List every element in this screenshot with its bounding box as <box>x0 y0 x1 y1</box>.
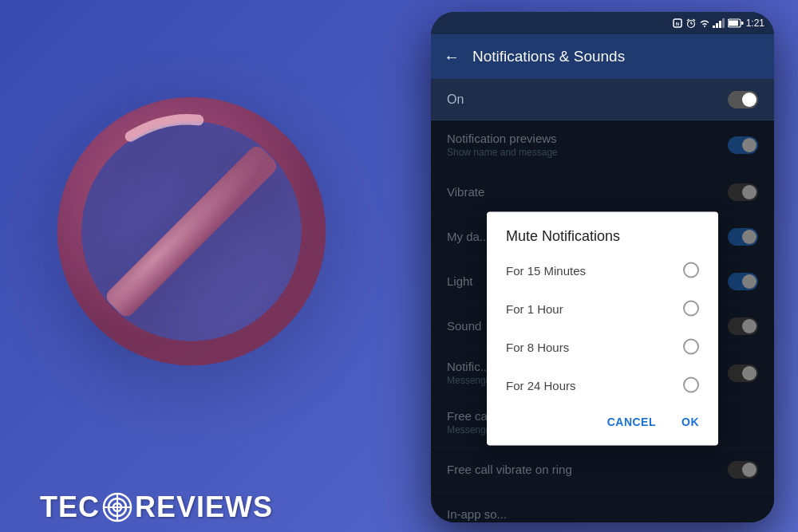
svg-text:N: N <box>675 22 678 26</box>
radio-15min[interactable] <box>683 262 699 278</box>
back-button[interactable]: ← <box>444 48 460 66</box>
mute-notifications-dialog: Mute Notifications For 15 Minutes For 1 … <box>487 212 718 446</box>
watermark-tec: TEC <box>40 491 100 524</box>
main-toggle-row[interactable]: On <box>431 79 774 120</box>
dialog-actions: CANCEL OK <box>487 404 718 446</box>
phone-frame: N 1:21 ← Notifications & Sounds On Notif… <box>431 12 774 522</box>
option-1hour-label: For 1 Hour <box>506 301 563 315</box>
app-header: ← Notifications & Sounds <box>431 34 774 79</box>
watermark-logo-icon <box>101 491 133 523</box>
cancel-button[interactable]: CANCEL <box>601 411 662 433</box>
radio-1hour[interactable] <box>683 301 699 317</box>
page-title: Notifications & Sounds <box>472 48 761 65</box>
ok-button[interactable]: OK <box>675 411 705 433</box>
svg-rect-18 <box>722 18 725 28</box>
no-symbol-image <box>48 64 335 399</box>
dialog-option-8hours[interactable]: For 8 Hours <box>487 328 718 366</box>
dialog-option-24hours[interactable]: For 24 Hours <box>487 366 718 404</box>
radio-24hours[interactable] <box>683 377 699 393</box>
nfc-icon: N <box>672 18 683 29</box>
watermark-reviews: REVIEWS <box>135 491 273 524</box>
svg-line-14 <box>693 19 695 21</box>
signal-icon <box>713 18 725 28</box>
battery-icon <box>728 18 744 28</box>
status-bar: N 1:21 <box>431 12 774 34</box>
option-24hours-label: For 24 Hours <box>506 378 576 392</box>
dialog-title: Mute Notifications <box>487 212 718 251</box>
svg-rect-16 <box>716 23 718 28</box>
settings-list: Notification previews Show name and mess… <box>431 120 774 522</box>
wifi-icon <box>699 18 710 28</box>
svg-rect-15 <box>713 26 715 28</box>
dialog-option-15min[interactable]: For 15 Minutes <box>487 251 718 290</box>
option-8hours-label: For 8 Hours <box>506 340 569 353</box>
main-toggle-switch[interactable] <box>728 91 758 108</box>
option-15min-label: For 15 Minutes <box>506 263 586 277</box>
radio-8hours[interactable] <box>683 339 699 355</box>
svg-line-13 <box>687 19 689 21</box>
svg-rect-17 <box>719 21 721 28</box>
alarm-icon <box>685 18 697 29</box>
main-toggle-label: On <box>447 93 464 107</box>
svg-rect-20 <box>729 21 738 26</box>
svg-rect-21 <box>741 22 744 25</box>
time-display: 1:21 <box>746 18 764 29</box>
status-bar-icons: N 1:21 <box>672 18 764 29</box>
dialog-option-1hour[interactable]: For 1 Hour <box>487 290 718 328</box>
